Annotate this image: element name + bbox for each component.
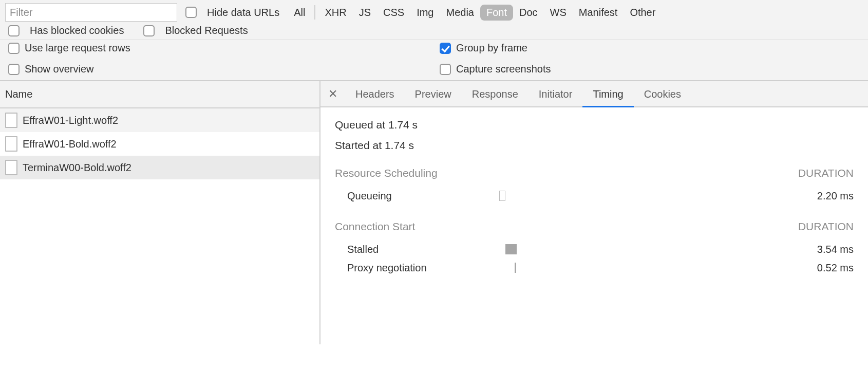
tab-preview[interactable]: Preview <box>405 81 462 106</box>
timing-row-value: 0.52 ms <box>782 262 854 274</box>
type-filter-bar: AllXHRJSCSSImgMediaFontDocWSManifestOthe… <box>288 5 662 21</box>
request-name: EffraW01-Light.woff2 <box>23 115 118 126</box>
toolbar-row-filters: Hide data URLs AllXHRJSCSSImgMediaFontDo… <box>0 0 868 25</box>
timing-row-bar <box>515 263 516 273</box>
details-pane: ✕ HeadersPreviewResponseInitiatorTimingC… <box>320 81 868 344</box>
tab-headers[interactable]: Headers <box>345 81 405 106</box>
requests-pane: Name EffraW01-Light.woff2EffraW01-Bold.w… <box>0 81 320 344</box>
network-toolbar: Hide data URLs AllXHRJSCSSImgMediaFontDo… <box>0 0 868 81</box>
timing-row-value: 2.20 ms <box>782 190 854 202</box>
request-row[interactable]: EffraW01-Bold.woff2 <box>0 132 319 156</box>
show-overview-label: Show overview <box>25 63 94 75</box>
timing-section-header: Connection StartDURATION <box>335 220 854 233</box>
main-split: Name EffraW01-Light.woff2EffraW01-Bold.w… <box>0 81 868 344</box>
timing-section-title: Connection Start <box>335 220 415 233</box>
use-large-rows-label: Use large request rows <box>25 42 130 54</box>
timing-panel: Queued at 1.74 s Started at 1.74 s Resou… <box>320 107 868 282</box>
timing-row: Proxy negotiation0.52 ms <box>335 259 854 277</box>
timing-row-bar-area <box>499 243 782 255</box>
use-large-rows-checkbox[interactable] <box>8 43 20 54</box>
requests-column-header[interactable]: Name <box>0 81 319 108</box>
type-filter-manifest[interactable]: Manifest <box>573 5 624 21</box>
timing-row-bar <box>499 191 505 201</box>
timing-duration-label: DURATION <box>798 220 854 233</box>
capture-screenshots-label: Capture screenshots <box>456 63 551 75</box>
timing-section: Resource SchedulingDURATIONQueueing2.20 … <box>335 167 854 205</box>
requests-list: EffraW01-Light.woff2EffraW01-Bold.woff2T… <box>0 108 319 179</box>
has-blocked-cookies-checkbox[interactable] <box>8 25 20 36</box>
request-row[interactable]: TerminaW00-Bold.woff2 <box>0 156 319 179</box>
type-filter-separator <box>314 5 315 20</box>
filter-input[interactable] <box>5 3 177 22</box>
timing-duration-label: DURATION <box>798 167 854 179</box>
group-by-frame-checkbox[interactable] <box>440 43 451 54</box>
type-filter-xhr[interactable]: XHR <box>318 5 352 21</box>
tab-response[interactable]: Response <box>462 81 529 106</box>
type-filter-ws[interactable]: WS <box>544 5 573 21</box>
queued-at-text: Queued at 1.74 s <box>335 119 854 131</box>
close-icon[interactable]: ✕ <box>320 81 345 106</box>
toolbar-row-options: Use large request rows Group by frame Sh… <box>0 40 868 80</box>
timing-row: Queueing2.20 ms <box>335 187 854 205</box>
timing-section-header: Resource SchedulingDURATION <box>335 167 854 179</box>
started-at-text: Started at 1.74 s <box>335 139 854 152</box>
timing-row: Stalled3.54 ms <box>335 240 854 259</box>
toolbar-row-blocked: Has blocked cookies Blocked Requests <box>0 25 868 40</box>
request-name: TerminaW00-Bold.woff2 <box>23 162 131 174</box>
request-name: EffraW01-Bold.woff2 <box>23 138 117 150</box>
timing-section: Connection StartDURATIONStalled3.54 msPr… <box>335 220 854 277</box>
group-by-frame-label: Group by frame <box>456 42 527 54</box>
timing-row-value: 3.54 ms <box>782 244 854 255</box>
type-filter-media[interactable]: Media <box>440 5 480 21</box>
timing-row-label: Queueing <box>335 190 499 202</box>
type-filter-other[interactable]: Other <box>624 5 662 21</box>
file-icon <box>5 113 17 128</box>
type-filter-font[interactable]: Font <box>480 5 513 21</box>
hide-data-urls-label: Hide data URLs <box>207 7 279 19</box>
tab-cookies[interactable]: Cookies <box>634 81 691 106</box>
timing-row-label: Proxy negotiation <box>335 262 499 274</box>
tab-initiator[interactable]: Initiator <box>529 81 583 106</box>
capture-screenshots-checkbox[interactable] <box>440 64 451 75</box>
timing-row-label: Stalled <box>335 244 499 255</box>
blocked-requests-label: Blocked Requests <box>165 25 248 36</box>
timing-section-title: Resource Scheduling <box>335 167 438 179</box>
timing-row-bar-area <box>499 190 782 202</box>
hide-data-urls-checkbox[interactable] <box>185 7 197 18</box>
type-filter-img[interactable]: Img <box>410 5 440 21</box>
timing-row-bar <box>505 244 517 254</box>
details-tab-bar: ✕ HeadersPreviewResponseInitiatorTimingC… <box>320 81 868 107</box>
blocked-requests-checkbox[interactable] <box>143 25 155 36</box>
tab-timing[interactable]: Timing <box>582 81 633 106</box>
show-overview-checkbox[interactable] <box>8 64 20 75</box>
has-blocked-cookies-label: Has blocked cookies <box>30 25 124 36</box>
type-filter-js[interactable]: JS <box>353 5 377 21</box>
type-filter-doc[interactable]: Doc <box>513 5 544 21</box>
file-icon <box>5 160 17 175</box>
timing-row-bar-area <box>499 262 782 274</box>
file-icon <box>5 136 17 152</box>
type-filter-css[interactable]: CSS <box>377 5 410 21</box>
type-filter-all[interactable]: All <box>288 5 311 21</box>
request-row[interactable]: EffraW01-Light.woff2 <box>0 108 319 132</box>
